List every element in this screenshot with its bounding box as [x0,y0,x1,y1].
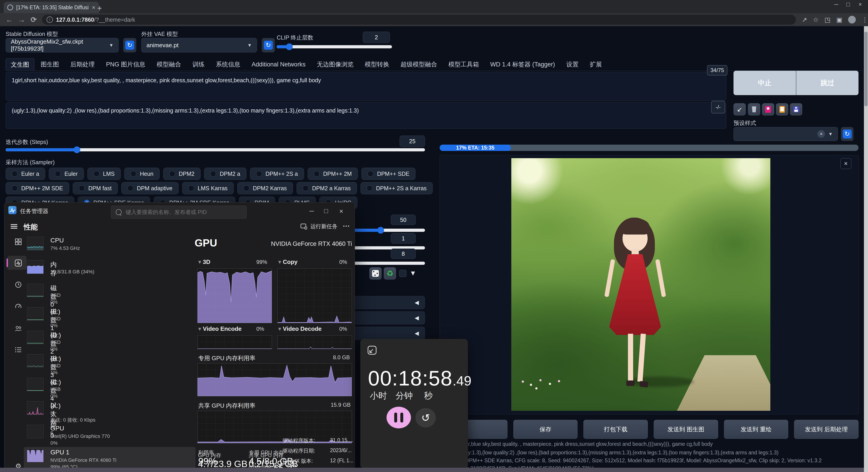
seed-extra-checkbox[interactable] [399,270,406,277]
profile-avatar[interactable] [848,16,856,24]
sampler-option[interactable]: DPM2 a [204,168,246,180]
tm-nav-menu-icon[interactable] [11,223,18,229]
tm-maximize-icon[interactable]: □ [324,208,328,215]
sd-model-refresh-button[interactable]: ↻ [123,38,136,53]
extensions-icon[interactable]: ◳ [825,16,831,24]
sd-model-dropdown[interactable]: AbyssOrangeMix2_sfw.ckpt [f75b19923f]▼ [6,38,119,53]
clear-selection-icon[interactable]: × [817,130,825,138]
clear-prompt-button[interactable] [748,103,760,116]
reload-icon[interactable]: ⟳ [28,15,40,24]
zip-download-button[interactable]: 打包下载 [583,420,648,439]
prompt-textarea[interactable]: 1girl,short hair,outdoor,blue sky,best q… [6,72,726,101]
tab-model-toolkit[interactable]: 模型工具箱 [443,58,484,70]
cfg-scale-value[interactable]: 8 [391,249,416,259]
skip-button[interactable]: 跳过 [796,71,859,95]
rail-users-icon[interactable] [11,323,26,335]
window-maximize-icon[interactable]: □ [846,1,850,8]
clip-skip-slider[interactable] [277,45,392,49]
tab-settings[interactable]: 设置 [561,58,583,70]
side-panel-icon[interactable]: ▣ [836,16,842,24]
sampler-option[interactable]: LMS [88,168,121,180]
negative-prompt-textarea[interactable]: (ugly:1.3),(low quality:2) ,(low res),(b… [6,102,726,129]
steps-slider[interactable] [6,148,425,151]
rail-history-icon[interactable] [11,279,26,290]
tab-pnginfo[interactable]: PNG 图片信息 [101,58,150,70]
sampler-option[interactable]: Euler [49,168,84,180]
clip-skip-value[interactable]: 2 [363,32,390,43]
task-manager-search[interactable] [111,206,247,219]
paste-params-button[interactable]: ↙ [734,103,746,116]
sampler-option[interactable]: DPM adaptive [121,182,179,194]
tm-close-icon[interactable]: × [339,208,343,215]
tab-extras[interactable]: 后期处理 [65,58,100,70]
new-tab-button[interactable]: + [97,4,102,13]
tm-minimize-icon[interactable]: ─ [309,208,314,215]
send-to-inpaint-button[interactable]: 发送到 重绘 [724,420,788,439]
tab-img2img[interactable]: 图生图 [36,58,64,70]
tab-close-icon[interactable]: × [92,4,95,11]
address-bar[interactable]: i 127.0.0.1:7860/?__theme=dark [42,15,796,25]
tab-model-convert[interactable]: 模型转换 [360,58,394,70]
save-button[interactable]: 保存 [513,420,578,439]
back-icon[interactable]: ← [3,15,16,24]
rail-startup-icon[interactable] [11,301,26,312]
share-icon[interactable]: ↗ [802,16,807,24]
batch-size-value[interactable]: 1 [391,233,416,244]
rail-details-icon[interactable] [11,344,26,356]
random-seed-button[interactable] [369,267,381,280]
extra-networks-button[interactable] [762,103,774,116]
run-new-task-button[interactable]: 运行新任务 [301,223,338,230]
rail-performance-icon[interactable] [11,257,26,269]
vae-refresh-button[interactable]: ↻ [262,38,275,53]
tab-super-merge[interactable]: 超级模型融合 [396,58,442,70]
vae-dropdown[interactable]: animevae.pt▼ [141,38,257,53]
stopwatch-widget[interactable]: 00:18:58.49 小时 分钟 秒 ↺ [360,339,468,468]
send-to-extras-button[interactable]: 发送到 后期处理 [794,420,859,439]
forward-icon[interactable]: → [16,15,28,24]
tab-tagger[interactable]: WD 1.4 标签器 (Tagger) [485,58,560,70]
sampler-option[interactable]: Heun [124,168,160,180]
window-close-icon[interactable]: × [859,1,862,8]
tm-more-button[interactable]: ... [343,221,350,228]
save-style-button[interactable] [790,103,802,116]
sampler-option[interactable]: DPM fast [73,182,118,194]
tab-sysinfo[interactable]: 系统信息 [211,58,245,70]
batch-count-value[interactable]: 50 [391,215,416,225]
sampler-option[interactable]: DPM++ 2M [308,168,358,180]
styles-refresh-button[interactable]: ↻ [841,127,854,141]
sampler-option[interactable]: DPM2 a Karras [297,182,357,194]
sampler-option[interactable]: DPM++ SDE [362,168,415,180]
reuse-seed-button[interactable]: ♻ [384,267,396,280]
dropdown-arrow-icon[interactable]: ▼ [410,269,416,277]
sampler-option[interactable]: LMS Karras [182,182,234,194]
tab-additional-networks[interactable]: Additional Networks [247,58,311,70]
browser-tab[interactable]: [17% ETA: 15:35] Stable Diffusi × [4,2,99,13]
tab-image-browser[interactable]: 无边图像浏览 [312,58,359,70]
site-info-icon[interactable]: i [46,17,53,23]
restore-window-icon[interactable] [367,345,377,356]
generated-image-preview[interactable] [511,158,770,411]
sampler-option[interactable]: Euler a [6,168,45,180]
sampler-option[interactable]: DPM++ 2M SDE [6,182,69,194]
reset-button[interactable]: ↺ [415,408,436,428]
apply-style-button[interactable] [776,103,788,116]
bookmark-star-icon[interactable]: ☆ [813,16,818,24]
interrupt-button[interactable]: 中止 [734,71,796,95]
gallery-close-icon[interactable]: × [840,158,851,169]
sampler-option[interactable]: DPM++ 2S a Karras [361,182,433,194]
tab-merge[interactable]: 模型融合 [152,58,186,70]
pause-button[interactable] [386,407,411,429]
send-to-img2img-button[interactable]: 发送到 图生图 [654,420,718,439]
styles-dropdown[interactable]: × ▼ [734,127,838,141]
menu-dots-icon[interactable]: ⋮ [862,16,868,24]
sampler-option[interactable]: DPM2 Karras [237,182,293,194]
task-manager-window[interactable]: 任务管理器 ─ □ × 性能 运行新任务 ... [4,202,355,472]
tab-train[interactable]: 训练 [187,58,210,70]
rail-processes-icon[interactable] [11,236,26,248]
sampler-option[interactable]: DPM2 [163,168,200,180]
steps-value[interactable]: 25 [400,135,425,147]
window-minimize-icon[interactable]: ─ [834,1,838,8]
tab-extensions[interactable]: 扩展 [585,58,607,70]
tab-txt2img[interactable]: 文生图 [6,58,34,70]
search-input[interactable] [125,209,242,216]
